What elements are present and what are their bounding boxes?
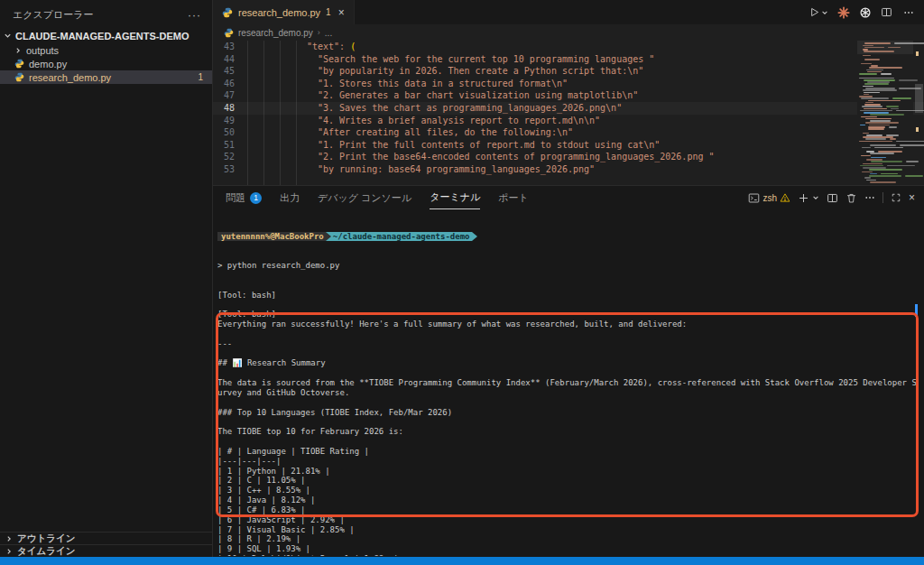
prompt-user-segment: yutennnnn%@MacBookPro — [217, 232, 326, 241]
explorer-sidebar: エクスプローラー ··· CLAUDE-MANAGED-AGENTS-DEMO … — [0, 0, 213, 557]
breadcrumb-file[interactable]: research_demo.py — [238, 28, 313, 38]
minimap-line — [869, 175, 901, 177]
more-actions-icon[interactable] — [901, 5, 915, 19]
minimap-line — [887, 165, 915, 167]
minimap-line — [862, 171, 873, 173]
code-text: "1. Print the full contents of report.md… — [318, 140, 660, 150]
minimap-line — [863, 55, 871, 57]
panel-tab-label: デバッグ コンソール — [318, 191, 411, 205]
line-number: 47 — [213, 89, 235, 102]
code-line: 53"by running: base64 programming_langua… — [213, 163, 924, 176]
code-bracket: ( — [350, 42, 356, 51]
chevron-down-icon — [4, 32, 12, 40]
run-python-file-button[interactable] — [808, 6, 828, 18]
explorer-root-folder[interactable]: CLAUDE-MANAGED-AGENTS-DEMO — [0, 28, 212, 43]
terminal-line: | 1 | Python | 21.81% | — [217, 467, 924, 477]
code-line: 50"After creating all files, do the foll… — [213, 126, 924, 139]
panel-tab-デバッグ-コンソール[interactable]: デバッグ コンソール — [318, 186, 411, 209]
minimap-line — [868, 128, 884, 130]
terminal-line: The data is sourced from the **TIOBE Pro… — [217, 378, 924, 388]
code-line: 45"by popularity in 2026. Then create a … — [213, 65, 924, 78]
minimap[interactable] — [857, 41, 913, 185]
more-actions-icon[interactable] — [864, 192, 875, 203]
minimap-line — [861, 97, 889, 99]
openai-extension-icon[interactable] — [858, 5, 872, 19]
minimap-line — [860, 125, 865, 126]
panel-tab-問題[interactable]: 問題1 — [226, 186, 262, 209]
status-bar-items — [0, 557, 924, 562]
terminal-controls: zsh — [748, 192, 924, 204]
minimap-line — [890, 138, 896, 140]
line-number: 49 — [213, 115, 235, 127]
new-terminal-button[interactable] — [798, 192, 819, 204]
modified-mark — [916, 51, 919, 56]
editor-actions — [808, 0, 924, 24]
code-line: 46"1. Stores this data in a structured f… — [213, 78, 924, 90]
tab-research-demo[interactable]: research_demo.py 1 × — [213, 0, 355, 24]
minimap-line — [866, 69, 883, 71]
kill-terminal-icon[interactable] — [845, 192, 857, 204]
explorer-title: エクスプローラー — [13, 8, 94, 22]
code-line: 52"2. Print the base64-encoded contents … — [213, 151, 924, 163]
prompt-path-segment: ~/claude-managed-agents-demo — [331, 232, 472, 241]
code-text: "3. Saves the chart as programming_langu… — [318, 103, 622, 113]
sidebar-item-research-demo-py[interactable]: research_demo.py1 — [0, 70, 212, 84]
panel-tab-label: 出力 — [280, 191, 300, 205]
code-text: "2. Generates a bar chart visualization … — [318, 90, 638, 100]
line-number: 44 — [213, 53, 235, 66]
breadcrumb[interactable]: research_demo.py › ... — [213, 24, 924, 41]
root-folder-label: CLAUDE-MANAGED-AGENTS-DEMO — [15, 31, 189, 42]
terminal-line: --- — [217, 339, 924, 349]
code-text: "Search the web for the current top 10 p… — [318, 54, 654, 64]
python-file-icon — [14, 59, 24, 69]
minimap-line — [864, 83, 889, 85]
terminal-line: The TIOBE top 10 for February 2026 is: — [217, 427, 924, 437]
terminal-line: | 4 | Java | 8.12% | — [217, 496, 924, 505]
claude-extension-icon[interactable] — [836, 5, 850, 19]
tab-close-icon[interactable]: × — [338, 6, 345, 19]
close-panel-icon[interactable]: × — [909, 192, 915, 203]
maximize-panel-icon[interactable] — [891, 192, 901, 203]
code-line: 51"1. Print the full contents of report.… — [213, 139, 924, 152]
minimap-line — [886, 106, 899, 107]
line-number: 52 — [213, 151, 235, 163]
chevron-down-icon — [821, 9, 828, 16]
minimap-line — [881, 73, 892, 75]
sidebar-item-timeline[interactable]: タイムライン — [0, 544, 212, 557]
sidebar-item-outputs[interactable]: outputs — [0, 43, 212, 57]
terminal-line: | 10 | Delphi/Object Pascal | 1.88% | — [217, 554, 924, 556]
breadcrumb-more[interactable]: ... — [325, 28, 332, 38]
panel-tab-出力[interactable]: 出力 — [280, 186, 300, 209]
shell-name: zsh — [762, 193, 777, 203]
terminal-line — [217, 368, 924, 378]
panel-tab-ターミナル[interactable]: ターミナル — [430, 186, 480, 209]
split-editor-icon[interactable] — [880, 5, 893, 19]
terminal-lines: [Tool: bash] [Tool: bash]Everything ran … — [217, 291, 924, 556]
split-terminal-icon[interactable] — [827, 192, 838, 204]
terminal-line — [217, 300, 924, 310]
terminal-line: | 8 | R | 2.19% | — [217, 534, 924, 544]
minimap-line — [865, 122, 899, 124]
explorer-header: エクスプローラー ··· — [0, 0, 212, 28]
scrollbar-thumb[interactable] — [915, 84, 923, 113]
code-text: "1. Stores this data in a structured for… — [318, 79, 568, 88]
panel-tab-ポート[interactable]: ポート — [498, 186, 529, 209]
line-number: 45 — [213, 65, 235, 78]
minimap-line — [868, 100, 901, 102]
line-number: 43 — [213, 41, 235, 53]
terminal-output[interactable]: yutennnnn%@MacBookPro~/claude-managed-ag… — [213, 209, 924, 556]
status-bar[interactable] — [0, 557, 924, 565]
minimap-line — [862, 106, 882, 107]
terminal-line: | # | Language | TIOBE Rating | — [217, 447, 924, 457]
sidebar-item-outline[interactable]: アウトライン — [0, 532, 212, 544]
outline-label: アウトライン — [17, 533, 75, 545]
sidebar-item-demo-py[interactable]: demo.py — [0, 57, 212, 70]
minimap-line — [865, 138, 886, 140]
terminal-shell-item[interactable]: zsh — [748, 192, 790, 204]
explorer-more-icon[interactable]: ··· — [188, 9, 201, 22]
code-editor[interactable]: 43"text": (44"Search the web for the cur… — [213, 41, 924, 185]
line-number: 48 — [213, 102, 235, 115]
file-label: research_demo.py — [29, 72, 111, 83]
minimap-line — [863, 163, 882, 165]
editor-scrollbar[interactable] — [913, 41, 924, 185]
